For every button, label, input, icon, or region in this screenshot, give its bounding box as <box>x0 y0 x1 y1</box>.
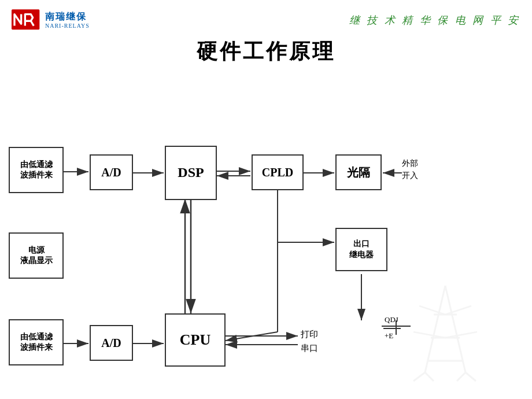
diagram: 由低通滤波插件来 A/D DSP CPLD 光隔 外部开入 电源液晶显示 出口继… <box>0 72 532 399</box>
svg-line-32 <box>413 372 425 381</box>
svg-line-31 <box>445 332 477 338</box>
svg-line-35 <box>466 372 476 381</box>
nr-logo-icon <box>12 9 40 32</box>
label-print-serial: 打印串口 <box>301 327 318 355</box>
block-ad1: A/D <box>90 154 133 190</box>
logo-cn-text: 南瑞继保 <box>45 11 90 22</box>
block-power-lcd: 电源液晶显示 <box>9 232 64 279</box>
block-low-pass1: 由低通滤波插件来 <box>9 147 64 193</box>
watermark-tower-icon <box>393 280 497 384</box>
block-dsp: DSP <box>165 146 217 200</box>
label-ext-input: 外部开入 <box>402 157 418 182</box>
logo-area: 南瑞继保 NARI-RELAYS <box>12 9 90 32</box>
header: 南瑞继保 NARI-RELAYS 继 技 术 精 华 保 电 网 平 安 <box>0 0 532 35</box>
tagline: 继 技 术 精 华 保 电 网 平 安 <box>349 13 521 27</box>
logo-en-text: NARI-RELAYS <box>45 23 90 29</box>
block-cpld: CPLD <box>252 154 304 190</box>
svg-line-28 <box>419 306 445 315</box>
svg-line-30 <box>413 332 445 338</box>
page-title: 硬件工作原理 <box>0 38 532 66</box>
block-ad2: A/D <box>90 325 133 361</box>
svg-line-23 <box>425 286 445 372</box>
svg-line-15 <box>226 332 278 341</box>
svg-line-24 <box>445 286 466 372</box>
block-opto: 光隔 <box>335 154 382 190</box>
block-low-pass2: 由低通滤波插件来 <box>9 319 64 365</box>
label-plus-e: +E <box>385 331 393 341</box>
svg-line-29 <box>445 306 471 315</box>
block-cpu: CPU <box>165 313 226 367</box>
svg-line-33 <box>425 372 434 381</box>
svg-line-34 <box>457 372 466 381</box>
label-qdj: QDJ <box>385 315 398 325</box>
logo-text: 南瑞继保 NARI-RELAYS <box>45 11 90 29</box>
block-relay-out: 出口继电器 <box>335 228 387 271</box>
